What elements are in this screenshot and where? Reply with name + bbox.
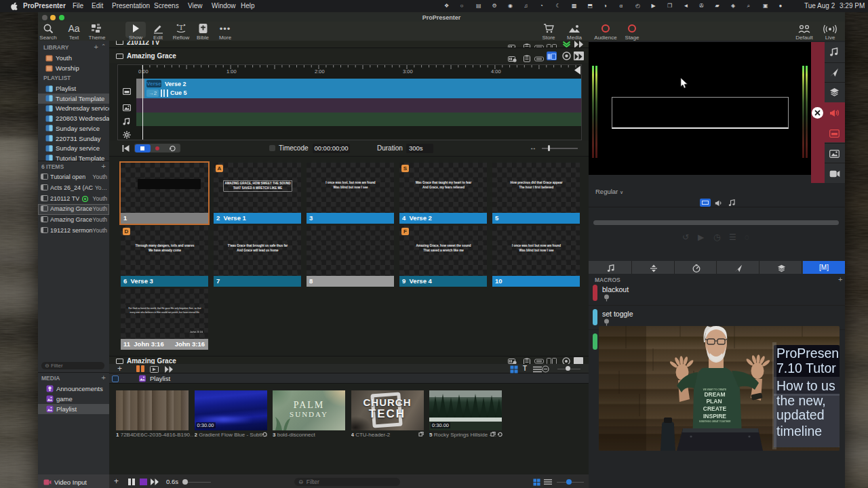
svg-text:CREATE: CREATE	[703, 405, 727, 412]
svg-text:T: T	[179, 23, 184, 31]
svg-text:SOMETHING GREAT TOGETHER: SOMETHING GREAT TOGETHER	[699, 420, 732, 423]
svg-text:7.10 Tutor: 7.10 Tutor	[776, 361, 836, 375]
svg-text:DREAM: DREAM	[704, 391, 725, 398]
svg-text:PLAN: PLAN	[706, 398, 722, 405]
svg-text:INSPIRE: INSPIRE	[703, 413, 726, 420]
svg-text:ProPresen: ProPresen	[776, 346, 839, 361]
